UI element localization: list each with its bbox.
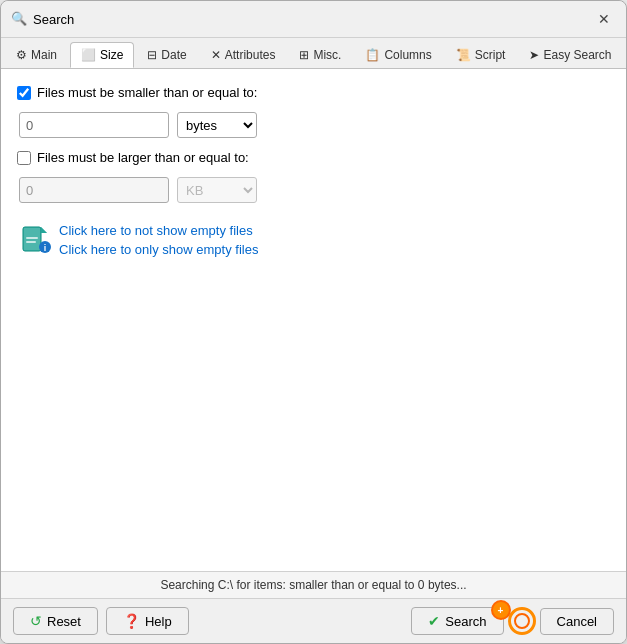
file-icon: i bbox=[19, 225, 51, 257]
help-button[interactable]: ❓ Help bbox=[106, 607, 189, 635]
links-col: Click here to not show empty files Click… bbox=[59, 223, 258, 257]
help-label: Help bbox=[145, 614, 172, 629]
tab-attributes-label: Attributes bbox=[225, 48, 276, 62]
tab-date[interactable]: ⊟ Date bbox=[136, 42, 197, 68]
bottom-bar: ↺ Reset ❓ Help ✔ Search + Cancel bbox=[1, 598, 626, 643]
svg-text:i: i bbox=[44, 243, 47, 253]
tab-script[interactable]: 📜 Script bbox=[445, 42, 517, 68]
smaller-checkbox-label[interactable]: Files must be smaller than or equal to: bbox=[37, 85, 257, 100]
easy-search-tab-icon: ➤ bbox=[529, 48, 539, 62]
cancel-label: Cancel bbox=[557, 614, 597, 629]
misc-tab-icon: ⊞ bbox=[299, 48, 309, 62]
reset-button[interactable]: ↺ Reset bbox=[13, 607, 98, 635]
larger-checkbox-label[interactable]: Files must be larger than or equal to: bbox=[37, 150, 249, 165]
tab-main-label: Main bbox=[31, 48, 57, 62]
search-badge: + bbox=[491, 600, 511, 620]
reset-icon: ↺ bbox=[30, 613, 42, 629]
columns-tab-icon: 📋 bbox=[365, 48, 380, 62]
tab-easy-search-label: Easy Search bbox=[543, 48, 611, 62]
link-only-empty[interactable]: Click here to only show empty files bbox=[59, 242, 258, 257]
tab-columns[interactable]: 📋 Columns bbox=[354, 42, 442, 68]
attributes-tab-icon: ✕ bbox=[211, 48, 221, 62]
svg-rect-4 bbox=[26, 237, 38, 239]
reset-label: Reset bbox=[47, 614, 81, 629]
smaller-input-row: bytes KB MB GB bbox=[17, 112, 610, 138]
orange-circle-indicator bbox=[508, 607, 536, 635]
help-icon: ❓ bbox=[123, 613, 140, 629]
smaller-checkbox[interactable] bbox=[17, 86, 31, 100]
inner-circle-indicator bbox=[514, 613, 530, 629]
tab-main[interactable]: ⚙ Main bbox=[5, 42, 68, 68]
bottom-right-buttons: ✔ Search + Cancel bbox=[411, 607, 614, 635]
smaller-checkbox-row: Files must be smaller than or equal to: bbox=[17, 85, 610, 100]
tab-misc[interactable]: ⊞ Misc. bbox=[288, 42, 352, 68]
link-not-empty[interactable]: Click here to not show empty files bbox=[59, 223, 258, 238]
window-title: Search bbox=[33, 12, 74, 27]
window-icon: 🔍 bbox=[11, 11, 27, 27]
title-bar: 🔍 Search ✕ bbox=[1, 1, 626, 38]
tab-bar: ⚙ Main ⬜ Size ⊟ Date ✕ Attributes ⊞ Misc… bbox=[1, 38, 626, 69]
status-text: Searching C:\ for items: smaller than or… bbox=[160, 578, 466, 592]
date-tab-icon: ⊟ bbox=[147, 48, 157, 62]
tab-script-label: Script bbox=[475, 48, 506, 62]
tab-size-label: Size bbox=[100, 48, 123, 62]
larger-value-input[interactable] bbox=[19, 177, 169, 203]
smaller-value-input[interactable] bbox=[19, 112, 169, 138]
cancel-button[interactable]: Cancel bbox=[540, 608, 614, 635]
tab-columns-label: Columns bbox=[384, 48, 431, 62]
close-button[interactable]: ✕ bbox=[592, 7, 616, 31]
status-bar: Searching C:\ for items: smaller than or… bbox=[1, 571, 626, 598]
tab-date-label: Date bbox=[161, 48, 186, 62]
script-tab-icon: 📜 bbox=[456, 48, 471, 62]
tab-size[interactable]: ⬜ Size bbox=[70, 42, 134, 68]
larger-checkbox[interactable] bbox=[17, 151, 31, 165]
content-spacer bbox=[17, 269, 610, 555]
search-label: Search bbox=[445, 614, 486, 629]
size-tab-icon: ⬜ bbox=[81, 48, 96, 62]
search-icon: ✔ bbox=[428, 613, 440, 629]
bottom-left-buttons: ↺ Reset ❓ Help bbox=[13, 607, 189, 635]
main-window: 🔍 Search ✕ ⚙ Main ⬜ Size ⊟ Date ✕ Attrib… bbox=[0, 0, 627, 644]
larger-input-row: bytes KB MB GB bbox=[17, 177, 610, 203]
tab-content: Files must be smaller than or equal to: … bbox=[1, 69, 626, 571]
title-bar-left: 🔍 Search bbox=[11, 11, 74, 27]
svg-marker-3 bbox=[41, 227, 47, 233]
tab-easy-search[interactable]: ➤ Easy Search bbox=[518, 42, 622, 68]
search-button[interactable]: ✔ Search + bbox=[411, 607, 503, 635]
links-area: i Click here to not show empty files Cli… bbox=[17, 223, 610, 257]
smaller-unit-select[interactable]: bytes KB MB GB bbox=[177, 112, 257, 138]
larger-checkbox-row: Files must be larger than or equal to: bbox=[17, 150, 610, 165]
main-tab-icon: ⚙ bbox=[16, 48, 27, 62]
larger-unit-select[interactable]: bytes KB MB GB bbox=[177, 177, 257, 203]
icon-link-row: i Click here to not show empty files Cli… bbox=[19, 223, 610, 257]
tab-attributes[interactable]: ✕ Attributes bbox=[200, 42, 287, 68]
tab-misc-label: Misc. bbox=[313, 48, 341, 62]
svg-rect-5 bbox=[26, 241, 36, 243]
